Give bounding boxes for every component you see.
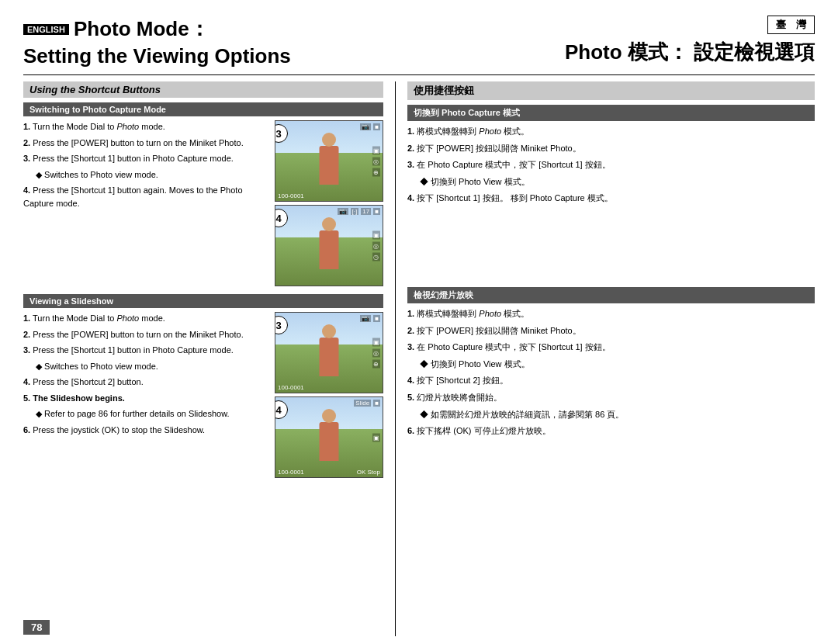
main-title-part1: Photo Mode： bbox=[74, 16, 210, 43]
ch-slide-step4: 4. 按下 [Shortcut 2] 按鈕。 bbox=[407, 374, 815, 388]
main-divider bbox=[23, 74, 815, 75]
step3-text: 3. Press the [Shortcut 1] button in Phot… bbox=[23, 152, 267, 165]
slideshow-text-ch: 1. 將模式轉盤轉到 Photo 模式。 2. 按下 [POWER] 按鈕以開啓… bbox=[407, 307, 815, 438]
photo-sim-3 bbox=[275, 121, 383, 201]
ch-slide-step1: 1. 將模式轉盤轉到 Photo 模式。 bbox=[407, 307, 815, 321]
slide-step1: 1. Turn the Mode Dial to Photo mode. bbox=[23, 312, 267, 325]
ch-slide-step3: 3. 在 Photo Capture 模式中，按下 [Shortcut 1] 按… bbox=[407, 341, 815, 355]
switching-images: 3 📷 ■ ▣ bbox=[275, 120, 383, 286]
ch-step3-bullet: 切換到 Photo View 模式。 bbox=[420, 175, 815, 189]
slide-step2: 2. Press the [POWER] button to turn on t… bbox=[23, 328, 267, 341]
header: ENGLISH Photo Mode： Setting the Viewing … bbox=[23, 16, 815, 68]
cam-preview-slide-3: 3 📷 ■ ▣ bbox=[275, 312, 383, 393]
ch-slide-step3-bullet: 切換到 Photo View 模式。 bbox=[420, 358, 815, 372]
switching-text: 1. Turn the Mode Dial to Photo mode. 2. … bbox=[23, 120, 267, 286]
cam-preview-slide-4: 4 Slide ■ bbox=[275, 396, 383, 478]
ch-step4: 4. 按下 [Shortcut 1] 按鈕。 移到 Photo Capture … bbox=[407, 192, 815, 206]
slide-step4: 4. Press the [Shortcut 2] button. bbox=[23, 376, 267, 389]
slideshow-content: 1. Turn the Mode Dial to Photo mode. 2. … bbox=[23, 312, 383, 478]
ch-slide-step6: 6. 按下搖桿 (OK) 可停止幻燈片放映。 bbox=[407, 424, 815, 438]
right-column: 使用捷徑按鈕 切換到 Photo Capture 模式 1. 將模式轉盤轉到 P… bbox=[396, 81, 815, 636]
header-left: ENGLISH Photo Mode： Setting the Viewing … bbox=[23, 16, 291, 68]
step1: 1. Turn the Mode Dial to Photo mode. bbox=[23, 120, 267, 133]
cam-preview-3: 3 📷 ■ ▣ bbox=[275, 120, 383, 202]
subsection-switching: Switching to Photo Capture Mode bbox=[23, 102, 383, 116]
columns: Using the Shortcut Buttons Switching to … bbox=[23, 81, 815, 636]
slide-step3-bullet: Switches to Photo view mode. bbox=[36, 360, 267, 373]
title-line1: ENGLISH Photo Mode： bbox=[23, 16, 291, 43]
chinese-title: Photo 模式： 設定檢視選項 bbox=[565, 39, 815, 66]
header-right: 臺 灣 Photo 模式： 設定檢視選項 bbox=[565, 16, 815, 66]
slide-step3: 3. Press the [Shortcut 1] button in Phot… bbox=[23, 344, 267, 357]
slideshow-images: 3 📷 ■ ▣ bbox=[275, 312, 383, 478]
ch-step2: 2. 按下 [POWER] 按鈕以開啓 Miniket Photo。 bbox=[407, 142, 815, 156]
slide-step6: 6. Press the joystick (OK) to stop the S… bbox=[23, 424, 267, 437]
photo-sim-slide-4 bbox=[275, 397, 383, 477]
switching-content: 1. Turn the Mode Dial to Photo mode. 2. … bbox=[23, 120, 383, 286]
ch-slide-step5-bullet: 如需關於幻燈片放映的詳細資訊，請參閱第 86 頁。 bbox=[420, 408, 815, 422]
left-column: Using the Shortcut Buttons Switching to … bbox=[23, 81, 396, 636]
taiwan-badge: 臺 灣 bbox=[767, 16, 815, 34]
slideshow-text: 1. Turn the Mode Dial to Photo mode. 2. … bbox=[23, 312, 267, 478]
english-badge: ENGLISH bbox=[23, 24, 69, 35]
subsection-slideshow-ch: 檢視幻燈片放映 bbox=[407, 287, 815, 303]
subsection-slideshow: Viewing a Slideshow bbox=[23, 294, 383, 308]
photo-sim-slide-3 bbox=[275, 313, 383, 393]
cam-preview-4: 4 📷 [·] 17 ■ bbox=[275, 205, 383, 286]
photo-sim-4 bbox=[275, 206, 383, 286]
step3-bullet: Switches to Photo view mode. bbox=[36, 168, 267, 182]
page-number: 78 bbox=[23, 620, 50, 635]
slide-step5-bullet: Refer to page 86 for further details on … bbox=[36, 407, 267, 421]
right-section-header: 使用捷徑按鈕 bbox=[407, 81, 815, 100]
main-title-part2: Setting the Viewing Options bbox=[23, 44, 291, 68]
ch-step3: 3. 在 Photo Capture 模式中，按下 [Shortcut 1] 按… bbox=[407, 158, 815, 172]
switching-text-ch: 1. 將模式轉盤轉到 Photo 模式。 2. 按下 [POWER] 按鈕以開啓… bbox=[407, 125, 815, 206]
ch-step1: 1. 將模式轉盤轉到 Photo 模式。 bbox=[407, 125, 815, 139]
step2: 2. Press the [POWER] button to turn on t… bbox=[23, 137, 267, 150]
page: ENGLISH Photo Mode： Setting the Viewing … bbox=[0, 0, 838, 644]
ch-slide-step5: 5. 幻燈片放映將會開始。 bbox=[407, 391, 815, 405]
subsection-switching-ch: 切換到 Photo Capture 模式 bbox=[407, 105, 815, 121]
slide-step5: 5. The Slideshow begins. bbox=[23, 392, 267, 405]
ch-slide-step2: 2. 按下 [POWER] 按鈕以開啓 Miniket Photo。 bbox=[407, 324, 815, 338]
step4-text: 4. Press the [Shortcut 1] button again. … bbox=[23, 184, 267, 209]
left-section-header: Using the Shortcut Buttons bbox=[23, 81, 383, 98]
